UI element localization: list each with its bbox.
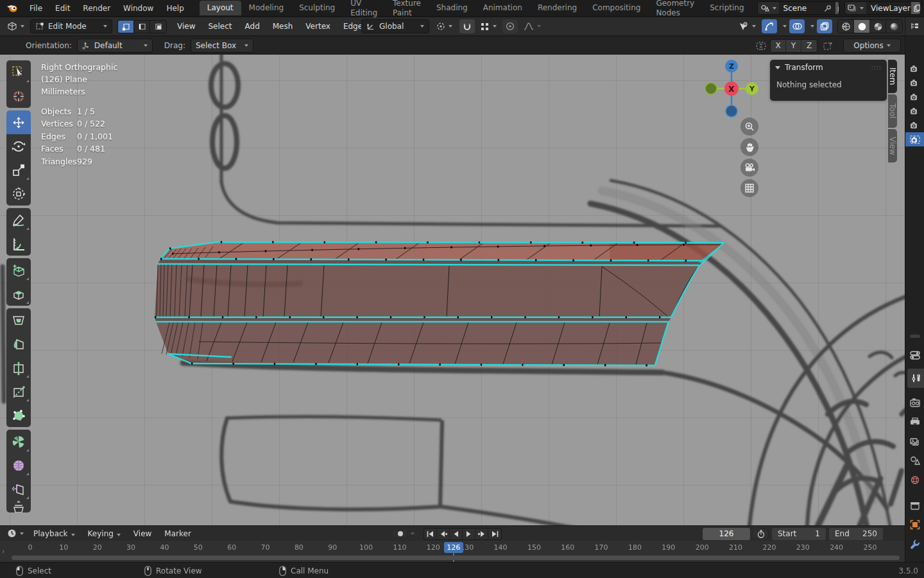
transform-orientation-dropdown[interactable]: Global <box>361 19 429 33</box>
options-dropdown[interactable]: Options <box>843 39 901 53</box>
viewport-canvas[interactable] <box>0 55 905 525</box>
tool-cursor[interactable] <box>6 84 31 108</box>
xray-toggle[interactable] <box>817 19 832 33</box>
tool-select-box[interactable] <box>6 60 31 84</box>
outliner-render-toggle[interactable] <box>905 90 924 104</box>
tool-rotate[interactable] <box>6 134 31 158</box>
menu-render[interactable]: Render <box>76 0 117 17</box>
properties-tab-object[interactable] <box>905 515 924 534</box>
workspace-tab[interactable]: Rendering <box>530 1 585 15</box>
region-splitter-handle[interactable] <box>910 335 920 338</box>
timeline-editor-type-button[interactable] <box>4 527 27 541</box>
tool-spin[interactable] <box>6 430 31 453</box>
pan-button[interactable] <box>740 138 758 156</box>
sidebar-tab[interactable]: Item <box>888 60 897 93</box>
jump-to-start-button[interactable] <box>424 529 437 539</box>
outliner-render-toggle[interactable] <box>905 118 924 132</box>
shading-wireframe-button[interactable] <box>838 20 854 33</box>
outliner-editor-icon[interactable] <box>910 22 920 31</box>
toggle-ortho-button[interactable] <box>740 179 758 197</box>
workspace-tab[interactable]: Sculpting <box>291 1 343 15</box>
timeline-menu-keying[interactable]: Keying <box>81 529 127 538</box>
transform-panel-header[interactable]: Transform :::: <box>770 60 887 75</box>
region-expand-arrow[interactable]: › <box>2 547 4 556</box>
viewport-menu[interactable]: Add <box>239 22 266 31</box>
properties-tab-viewlayer[interactable] <box>905 432 924 451</box>
workspace-tab[interactable]: Modeling <box>241 1 292 15</box>
mirror-axis-button[interactable]: Y <box>786 40 801 52</box>
pin-icon[interactable] <box>824 4 832 12</box>
menu-window[interactable]: Window <box>117 0 160 17</box>
start-frame-field[interactable]: Start1 <box>772 528 826 540</box>
viewport-menu[interactable]: Select <box>201 22 238 31</box>
new-viewlayer-button[interactable] <box>911 2 921 14</box>
proportional-editing-toggle[interactable] <box>502 19 518 33</box>
workspace-tab[interactable]: Layout <box>200 1 241 15</box>
current-frame-field[interactable]: 126 <box>703 528 750 540</box>
camera-view-button[interactable] <box>740 159 758 177</box>
end-frame-field[interactable]: End250 <box>829 528 883 540</box>
proportional-falloff-dropdown[interactable] <box>522 19 543 33</box>
timeline-ruler[interactable]: › 01020304050607080901001101201301401501… <box>0 541 905 562</box>
properties-tab-scene[interactable] <box>905 451 924 470</box>
tool-edge-slide[interactable] <box>6 477 31 501</box>
drag-dropdown[interactable]: Select Box <box>191 39 253 53</box>
tool-move[interactable] <box>6 110 31 134</box>
outliner-render-toggle[interactable] <box>905 104 924 118</box>
menu-edit[interactable]: Edit <box>49 0 76 17</box>
use-preview-range-button[interactable] <box>753 530 769 538</box>
timeline-menu-view[interactable]: View <box>127 529 158 538</box>
workspace-tab[interactable]: Animation <box>475 1 530 15</box>
panel-grip-icon[interactable]: :::: <box>871 64 882 71</box>
sidebar-tab[interactable]: Tool <box>888 94 897 128</box>
properties-tab-modifiers[interactable] <box>905 534 924 554</box>
workspace-tab[interactable]: Scripting <box>702 1 751 15</box>
viewport-3d[interactable]: Right Orthographic (126) Plane Millimete… <box>0 55 905 525</box>
show-gizmo-toggle[interactable] <box>762 19 777 33</box>
navigation-gizmo[interactable]: Z Y X <box>703 60 761 118</box>
properties-tab-render[interactable] <box>905 393 924 412</box>
menu-help[interactable]: Help <box>160 0 190 17</box>
playhead[interactable]: 126 <box>444 542 463 553</box>
timeline-menu-marker[interactable]: Marker <box>158 529 197 538</box>
workspace-tab[interactable]: Shading <box>429 1 475 15</box>
mode-dropdown[interactable]: Edit Mode <box>30 19 112 33</box>
jump-next-keyframe-button[interactable] <box>475 529 488 539</box>
editor-type-button[interactable] <box>4 19 28 33</box>
scene-selector[interactable]: Scene × <box>757 1 839 15</box>
timeline-menu-playback[interactable]: Playback <box>27 529 81 538</box>
zoom-button[interactable] <box>740 118 758 136</box>
viewport-menu[interactable]: Vertex <box>299 22 337 31</box>
play-reverse-button[interactable] <box>450 529 463 539</box>
mirror-axis-button[interactable]: X <box>771 40 786 52</box>
shading-solid-button[interactable] <box>854 20 870 33</box>
gizmo-y-neg-axis[interactable] <box>705 83 717 94</box>
tool-measure[interactable] <box>6 232 31 256</box>
tool-loop-cut[interactable] <box>6 356 31 380</box>
vertex-select-mode-button[interactable] <box>118 21 134 33</box>
viewlayer-selector[interactable]: ViewLayer × <box>844 1 921 15</box>
tool-scale[interactable] <box>6 158 31 182</box>
snap-toggle[interactable] <box>459 19 475 33</box>
scene-name[interactable]: Scene <box>779 4 824 13</box>
scene-icon[interactable] <box>758 2 779 14</box>
jump-to-end-button[interactable] <box>488 529 501 539</box>
outliner-render-toggle-active[interactable] <box>905 132 924 146</box>
shading-rendered-button[interactable] <box>886 20 902 33</box>
mirror-axis-button[interactable]: Z <box>801 40 817 52</box>
timeline-scrollbar[interactable] <box>12 556 900 560</box>
object-visibility-dropdown[interactable] <box>735 19 759 33</box>
tool-inset-faces[interactable] <box>6 308 31 332</box>
tool-bevel[interactable] <box>6 332 31 356</box>
workspace-tab[interactable]: Compositing <box>585 1 648 15</box>
tool-knife[interactable] <box>6 380 31 403</box>
properties-tab-collection[interactable] <box>905 496 924 515</box>
menu-file[interactable]: File <box>23 0 49 17</box>
properties-tab-world[interactable] <box>905 470 924 489</box>
properties-tab-tool[interactable] <box>907 369 924 388</box>
shading-material-button[interactable] <box>870 20 886 33</box>
sidebar-tab[interactable]: View <box>888 129 897 162</box>
outliner-render-toggle[interactable] <box>905 76 924 90</box>
orientation-dropdown[interactable]: Default <box>77 39 153 53</box>
pivot-point-dropdown[interactable] <box>433 19 456 33</box>
